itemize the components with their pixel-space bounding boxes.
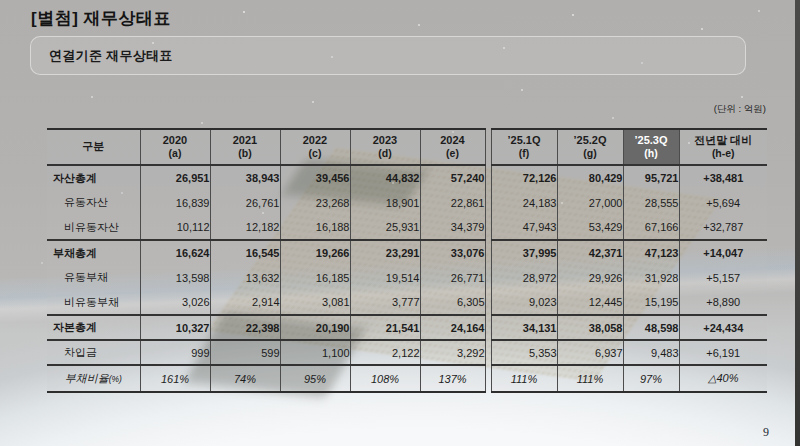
table-row-borrowings: 차입금 999 599 1,100 2,122 3,292 5,353 6,93…: [47, 340, 767, 365]
table-header-row: 구분 2020(a) 2021(b) 2022(c) 2023(d) 2024(…: [47, 129, 767, 165]
right-edge-dark-strip: [795, 0, 800, 446]
table-row-noncurrent-assets: 비유동자산 10,112 12,182 16,188 25,931 34,379…: [47, 215, 767, 240]
header-category: 구분: [47, 129, 140, 165]
header-2022: 2022(c): [280, 129, 350, 165]
page-title: [별첨] 재무상태표: [31, 7, 171, 30]
header-2024: 2024(e): [420, 129, 485, 165]
table-row-current-assets: 유동자산 16,839 26,761 23,268 18,901 22,861 …: [47, 190, 767, 215]
stars-background: [0, 0, 2, 2]
header-yoy-diff: 전년말 대비(h-e): [679, 129, 767, 165]
header-25-1q: ’25.1Q(f): [491, 129, 557, 165]
unit-label: (단위 : 억원): [714, 103, 766, 116]
table-row-debt-ratio: 부채비율(%) 161% 74% 95% 108% 137% 111% 111%…: [47, 365, 767, 392]
subtitle-box: 연결기준 재무상태표: [30, 36, 746, 75]
table-row-current-liabilities: 유동부채 13,598 13,632 16,185 19,514 26,771 …: [47, 265, 767, 290]
header-25-3q-highlighted: ’25.3Q(h): [623, 129, 679, 165]
header-2023: 2023(d): [350, 129, 420, 165]
table-row-total-equity: 자본총계 10,327 22,398 20,190 21,541 24,164 …: [47, 315, 767, 340]
header-25-2q: ’25.2Q(g): [557, 129, 623, 165]
header-2021: 2021(b): [210, 129, 280, 165]
table-row-noncurrent-liabilities: 비유동부채 3,026 2,914 3,081 3,777 6,305 9,02…: [47, 290, 767, 315]
page-number: 9: [763, 425, 769, 440]
subtitle-text: 연결기준 재무상태표: [49, 47, 173, 65]
header-2020: 2020(a): [140, 129, 210, 165]
table-row-total-assets: 자산총계 26,951 38,943 39,456 44,832 57,240 …: [47, 165, 767, 190]
balance-sheet-table: 구분 2020(a) 2021(b) 2022(c) 2023(d) 2024(…: [47, 128, 767, 393]
table-row-total-liabilities: 부채총계 16,624 16,545 19,266 23,291 33,076 …: [47, 240, 767, 265]
